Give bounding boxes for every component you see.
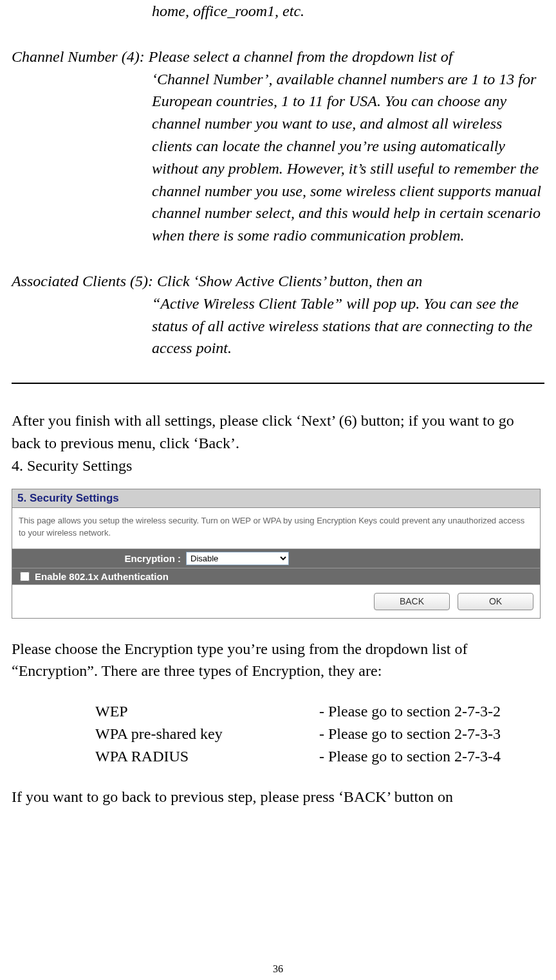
section-4-heading: 4. Security Settings xyxy=(12,455,544,477)
list-item: WPA RADIUS - Please go to section 2-7-3-… xyxy=(12,745,544,768)
encryption-label: Encryption : xyxy=(17,553,186,564)
def-first-channel: Please select a channel from the dropdow… xyxy=(149,48,453,65)
prev-page-fragment: home, office_room1, etc. xyxy=(12,0,544,23)
enc-name-wpa-radius: WPA RADIUS xyxy=(12,745,319,768)
list-item: WPA pre-shared key - Please go to sectio… xyxy=(12,723,544,745)
security-settings-panel: 5. Security Settings This page allows yo… xyxy=(12,489,541,619)
definition-associated-clients: Associated Clients (5): Click ‘Show Acti… xyxy=(12,270,544,359)
section-divider xyxy=(12,383,544,384)
encryption-select[interactable]: Disable xyxy=(186,552,289,565)
enc-name-wep: WEP xyxy=(12,700,319,723)
panel-button-row: BACK OK xyxy=(12,585,540,618)
enable-8021x-label: Enable 802.1x Authentication xyxy=(35,571,169,582)
enc-ref-wep: - Please go to section 2-7-3-2 xyxy=(319,700,501,723)
def-label-associated: Associated Clients (5): xyxy=(12,273,157,289)
def-first-associated: Click ‘Show Active Clients’ button, then… xyxy=(157,273,422,289)
def-rest-associated: “Active Wireless Client Table” will pop … xyxy=(12,293,544,359)
enc-ref-wpa-psk: - Please go to section 2-7-3-3 xyxy=(319,723,501,745)
def-rest-channel: ‘Channel Number’, available channel numb… xyxy=(12,68,544,247)
enc-ref-wpa-radius: - Please go to section 2-7-3-4 xyxy=(319,745,501,768)
enable-8021x-checkbox[interactable] xyxy=(20,572,30,581)
panel-title: 5. Security Settings xyxy=(12,489,540,508)
definition-channel-number: Channel Number (4): Please select a chan… xyxy=(12,46,544,247)
def-label-channel: Channel Number (4): xyxy=(12,48,149,65)
back-button[interactable]: BACK xyxy=(374,593,450,610)
enable-8021x-row: Enable 802.1x Authentication xyxy=(12,568,540,585)
encryption-intro-text: Please choose the Encryption type you’re… xyxy=(12,638,544,683)
encryption-row: Encryption : Disable xyxy=(12,549,540,568)
back-note-text: If you want to go back to previous step,… xyxy=(12,786,544,808)
page-number: 36 xyxy=(0,963,556,975)
ok-button[interactable]: OK xyxy=(458,593,533,610)
enc-name-wpa-psk: WPA pre-shared key xyxy=(12,723,319,745)
panel-description: This page allows you setup the wireless … xyxy=(12,508,540,549)
list-item: WEP - Please go to section 2-7-3-2 xyxy=(12,700,544,723)
encryption-options-list: WEP - Please go to section 2-7-3-2 WPA p… xyxy=(12,700,544,767)
after-settings-text: After you finish with all settings, plea… xyxy=(12,410,544,455)
